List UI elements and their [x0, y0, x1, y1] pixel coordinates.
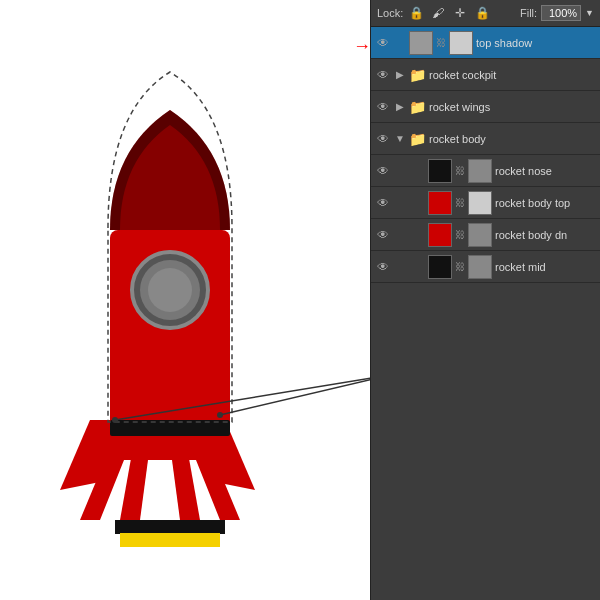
layer-row-rocket-mid[interactable]: 👁⛓rocket mid [371, 251, 600, 283]
folder-icon-rocket-body: 📁 [409, 131, 426, 147]
layer-thumb-rocket-body-dn [428, 223, 452, 247]
layer-name-top-shadow: top shadow [476, 37, 596, 49]
eye-icon-rocket-body[interactable]: 👁 [375, 132, 391, 146]
expand-arrow-rocket-body[interactable]: ▼ [394, 133, 406, 144]
layer-name-rocket-nose: rocket nose [495, 165, 596, 177]
layer-name-rocket-wings: rocket wings [429, 101, 596, 113]
chain-icon-rocket-body-top: ⛓ [455, 197, 465, 208]
layer-row-rocket-wings[interactable]: 👁▶📁rocket wings [371, 91, 600, 123]
move-icon[interactable]: ✛ [451, 4, 469, 22]
svg-rect-5 [115, 520, 225, 534]
fill-label: Fill: [520, 7, 537, 19]
svg-point-3 [148, 268, 192, 312]
chain-icon-rocket-nose: ⛓ [455, 165, 465, 176]
layer-name-rocket-mid: rocket mid [495, 261, 596, 273]
svg-rect-6 [120, 533, 220, 547]
chain-icon-top-shadow: ⛓ [436, 37, 446, 48]
panel-toolbar: Lock: 🔒 🖌 ✛ 🔒 Fill: ▼ [371, 0, 600, 27]
layer-row-rocket-body[interactable]: 👁▼📁rocket body [371, 123, 600, 155]
eye-icon-rocket-mid[interactable]: 👁 [375, 260, 391, 274]
folder-icon-rocket-wings: 📁 [409, 99, 426, 115]
expand-arrow-rocket-wings[interactable]: ▶ [394, 101, 406, 112]
canvas-area: paint with soft brush [0, 0, 370, 600]
layer-mask-top-shadow [449, 31, 473, 55]
eye-icon-rocket-body-top[interactable]: 👁 [375, 196, 391, 210]
layer-mask-rocket-nose [468, 159, 492, 183]
layer-thumb-rocket-body-top [428, 191, 452, 215]
layer-row-rocket-body-top[interactable]: 👁⛓rocket body top [371, 187, 600, 219]
expand-arrow-rocket-cockpit[interactable]: ▶ [394, 69, 406, 80]
eye-icon-rocket-cockpit[interactable]: 👁 [375, 68, 391, 82]
layer-row-rocket-cockpit[interactable]: 👁▶📁rocket cockpit [371, 59, 600, 91]
eye-icon-rocket-nose[interactable]: 👁 [375, 164, 391, 178]
eye-icon-rocket-body-dn[interactable]: 👁 [375, 228, 391, 242]
layer-mask-rocket-mid [468, 255, 492, 279]
rocket-illustration [30, 30, 340, 590]
layer-name-rocket-body: rocket body [429, 133, 596, 145]
layer-row-rocket-body-dn[interactable]: 👁⛓rocket body dn [371, 219, 600, 251]
layer-mask-rocket-body-top [468, 191, 492, 215]
layer-thumb-rocket-nose [428, 159, 452, 183]
layer-mask-rocket-body-dn [468, 223, 492, 247]
eye-icon-top-shadow[interactable]: 👁 [375, 36, 391, 50]
folder-icon-rocket-cockpit: 📁 [409, 67, 426, 83]
layers-list: 👁⛓top shadow👁▶📁rocket cockpit👁▶📁rocket w… [371, 27, 600, 283]
chain-icon-rocket-body-dn: ⛓ [455, 229, 465, 240]
layers-panel: Lock: 🔒 🖌 ✛ 🔒 Fill: ▼ → 👁⛓top shadow👁▶📁r… [370, 0, 600, 600]
layer-name-rocket-body-top: rocket body top [495, 197, 596, 209]
layer-name-rocket-body-dn: rocket body dn [495, 229, 596, 241]
layer-name-rocket-cockpit: rocket cockpit [429, 69, 596, 81]
red-arrow-pointer: → [353, 36, 371, 57]
lock-label: Lock: [377, 7, 403, 19]
layer-row-rocket-nose[interactable]: 👁⛓rocket nose [371, 155, 600, 187]
eye-icon-rocket-wings[interactable]: 👁 [375, 100, 391, 114]
layer-thumb-rocket-mid [428, 255, 452, 279]
layer-row-top-shadow[interactable]: 👁⛓top shadow [371, 27, 600, 59]
lock2-icon[interactable]: 🔒 [473, 4, 491, 22]
brush-icon[interactable]: 🖌 [429, 4, 447, 22]
fill-input[interactable] [541, 5, 581, 21]
lock-icon[interactable]: 🔒 [407, 4, 425, 22]
chain-icon-rocket-mid: ⛓ [455, 261, 465, 272]
fill-dropdown-arrow[interactable]: ▼ [585, 8, 594, 18]
layer-thumb-top-shadow [409, 31, 433, 55]
